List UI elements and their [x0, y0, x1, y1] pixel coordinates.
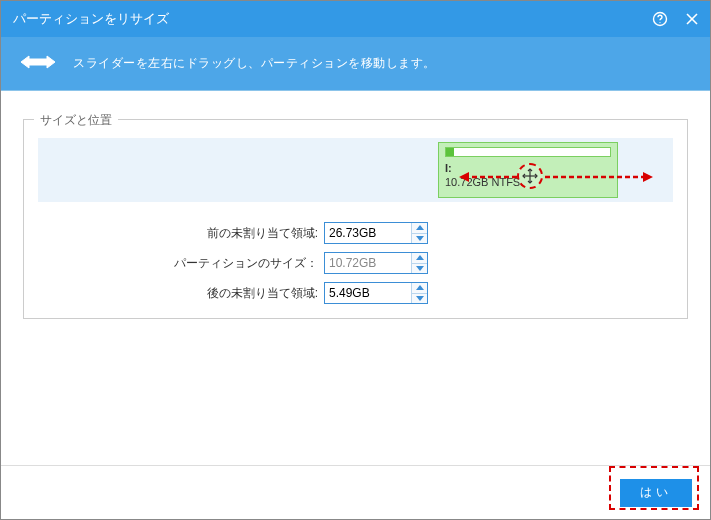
instruction-text: スライダーを左右にドラッグし、パーティションを移動します。	[73, 55, 436, 72]
svg-marker-10	[643, 172, 653, 182]
before-spinbox[interactable]	[324, 222, 428, 244]
size-spin-down[interactable]	[412, 263, 427, 274]
size-input[interactable]	[325, 253, 411, 273]
annotation-arrow-left	[459, 171, 517, 181]
svg-marker-11	[416, 225, 424, 230]
fieldset-legend: サイズと位置	[34, 112, 118, 129]
after-spinbox[interactable]	[324, 282, 428, 304]
svg-marker-16	[416, 296, 424, 301]
field-row-before: 前の未割り当て領域:	[38, 222, 673, 244]
field-row-after: 後の未割り当て領域:	[38, 282, 673, 304]
size-spinbox[interactable]	[324, 252, 428, 274]
after-spin-down[interactable]	[412, 293, 427, 304]
titlebar: パーティションをリサイズ	[1, 1, 710, 37]
svg-marker-6	[459, 172, 469, 182]
svg-marker-14	[416, 266, 424, 271]
partition-usage-fill	[446, 148, 454, 156]
drag-horizontal-icon	[21, 54, 55, 73]
svg-marker-15	[416, 285, 424, 290]
move-cursor-icon	[517, 163, 543, 189]
footer: はい	[1, 465, 710, 519]
size-label: パーティションのサイズ：	[38, 255, 318, 272]
before-spin-down[interactable]	[412, 233, 427, 244]
annotation-arrow-right	[545, 171, 653, 181]
help-icon[interactable]	[650, 9, 670, 29]
instruction-bar: スライダーを左右にドラッグし、パーティションを移動します。	[1, 37, 710, 91]
svg-marker-4	[21, 56, 55, 68]
size-position-fieldset: サイズと位置 I: 10.72GB NTFS	[23, 119, 688, 319]
close-icon[interactable]	[682, 9, 702, 29]
after-label: 後の未割り当て領域:	[38, 285, 318, 302]
size-spin-up[interactable]	[412, 253, 427, 263]
svg-marker-13	[416, 255, 424, 260]
partition-usage-bar	[445, 147, 611, 157]
ok-button[interactable]: はい	[620, 479, 692, 507]
field-row-size: パーティションのサイズ：	[38, 252, 673, 274]
content-area: サイズと位置 I: 10.72GB NTFS	[1, 91, 710, 465]
before-label: 前の未割り当て領域:	[38, 225, 318, 242]
svg-point-1	[659, 22, 660, 23]
after-input[interactable]	[325, 283, 411, 303]
before-input[interactable]	[325, 223, 411, 243]
window-title: パーティションをリサイズ	[13, 10, 169, 28]
before-spin-up[interactable]	[412, 223, 427, 233]
partition-track[interactable]: I: 10.72GB NTFS	[38, 138, 673, 202]
after-spin-up[interactable]	[412, 283, 427, 293]
svg-marker-12	[416, 236, 424, 241]
partition-block[interactable]: I: 10.72GB NTFS	[438, 142, 618, 198]
